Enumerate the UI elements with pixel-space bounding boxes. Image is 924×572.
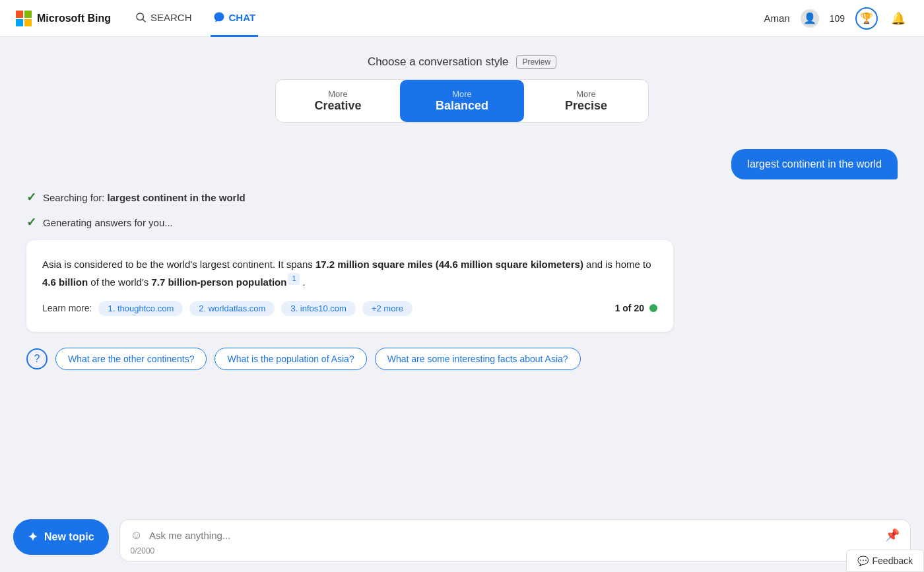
precise-sub: More xyxy=(576,89,596,99)
header: Microsoft Bing SEARCH CHAT Aman 👤 109 🏆 … xyxy=(0,0,924,37)
svg-point-0 xyxy=(137,13,144,20)
answer-card: Asia is considered to be the world's lar… xyxy=(26,240,673,332)
chat-bubble-icon: ☺ xyxy=(131,528,143,542)
chat-input[interactable] xyxy=(149,530,878,541)
counter-display: 1 of 20 xyxy=(615,303,657,313)
learn-more-label: Learn more: xyxy=(42,303,92,313)
learn-link-2[interactable]: 2. worldatlas.com xyxy=(189,301,275,316)
learn-link-more[interactable]: +2 more xyxy=(362,301,412,316)
pin-icon[interactable]: 📌 xyxy=(885,528,900,542)
user-avatar[interactable]: 👤 xyxy=(801,9,819,28)
green-dot xyxy=(649,304,657,312)
status-generating: ✓ Generating answers for you... xyxy=(26,215,898,230)
nav-search[interactable]: SEARCH xyxy=(132,0,195,37)
precise-label: Precise xyxy=(565,99,607,113)
learn-link-3[interactable]: 3. infos10.com xyxy=(281,301,356,316)
trophy-button[interactable]: 🏆 xyxy=(855,7,878,30)
user-message: largest continent in the world xyxy=(731,149,898,179)
suggestions-row: ? What are the other continents? What is… xyxy=(26,342,898,375)
new-topic-button[interactable]: ✦ New topic xyxy=(13,519,109,555)
generating-text: Generating answers for you... xyxy=(43,217,173,228)
chat-area: largest continent in the world ✓ Searchi… xyxy=(0,136,924,513)
style-title-row: Choose a conversation style Preview xyxy=(368,55,556,69)
feedback-button[interactable]: 💬 Feedback xyxy=(846,550,924,572)
answer-text: Asia is considered to be the world's lar… xyxy=(42,256,657,290)
style-precise[interactable]: More Precise xyxy=(524,80,648,122)
style-creative[interactable]: More Creative xyxy=(276,80,400,122)
suggestion-1[interactable]: What is the population of Asia? xyxy=(214,348,366,370)
main-content: Choose a conversation style Preview More… xyxy=(0,37,924,572)
brand-name: Microsoft Bing xyxy=(37,13,111,24)
searching-text: Searching for: largest continent in the … xyxy=(43,192,246,203)
question-icon: ? xyxy=(26,348,48,369)
creative-label: Creative xyxy=(314,99,361,113)
balanced-label: Balanced xyxy=(436,99,488,113)
suggestion-0[interactable]: What are the other continents? xyxy=(55,348,207,370)
user-name: Aman xyxy=(764,13,789,24)
search-icon xyxy=(135,11,147,23)
nav-search-label: SEARCH xyxy=(150,12,192,23)
feedback-label: Feedback xyxy=(873,556,913,566)
style-selector: Choose a conversation style Preview More… xyxy=(0,37,924,136)
sparkle-icon: ✦ xyxy=(28,530,38,544)
style-title: Choose a conversation style xyxy=(368,55,509,69)
search-query: largest continent in the world xyxy=(108,192,246,203)
check-icon-generate: ✓ xyxy=(26,215,36,230)
brand-logo[interactable]: Microsoft Bing xyxy=(16,11,111,26)
suggestion-2[interactable]: What are some interesting facts about As… xyxy=(375,348,581,370)
learn-link-1[interactable]: 1. thoughtco.com xyxy=(98,301,183,316)
preview-badge: Preview xyxy=(516,55,556,69)
header-right: Aman 👤 109 🏆 🔔 xyxy=(764,7,908,30)
status-searching: ✓ Searching for: largest continent in th… xyxy=(26,190,898,205)
learn-more-row: Learn more: 1. thoughtco.com 2. worldatl… xyxy=(42,301,657,316)
svg-line-1 xyxy=(143,19,145,22)
feedback-icon: 💬 xyxy=(857,556,869,566)
nav-chat[interactable]: CHAT xyxy=(211,0,259,37)
creative-sub: More xyxy=(328,89,348,99)
new-topic-label: New topic xyxy=(44,531,94,543)
counter-text: 1 of 20 xyxy=(615,303,644,313)
answer-population: 4.6 billion xyxy=(42,276,88,287)
chat-icon xyxy=(213,11,225,23)
balanced-sub: More xyxy=(452,89,472,99)
citation-1[interactable]: 1 xyxy=(288,273,300,285)
nav-chat-label: CHAT xyxy=(229,12,256,23)
style-buttons: More Creative More Balanced More Precise xyxy=(275,79,649,123)
char-count: 0/2000 xyxy=(131,546,900,556)
style-balanced[interactable]: More Balanced xyxy=(400,80,524,122)
answer-world-pop: 7.7 billion-person population xyxy=(151,276,286,287)
user-points: 109 xyxy=(830,13,845,24)
input-area: ☺ 📌 0/2000 xyxy=(119,519,911,561)
check-icon-search: ✓ xyxy=(26,190,36,205)
bottom-bar: ✦ New topic ☺ 📌 0/2000 xyxy=(0,513,924,572)
notification-bell[interactable]: 🔔 xyxy=(888,9,908,28)
main-nav: SEARCH CHAT xyxy=(132,0,258,37)
microsoft-logo xyxy=(16,11,32,26)
answer-area: 17.2 million square miles (44.6 million … xyxy=(315,259,583,270)
input-row: ☺ 📌 xyxy=(131,528,900,542)
